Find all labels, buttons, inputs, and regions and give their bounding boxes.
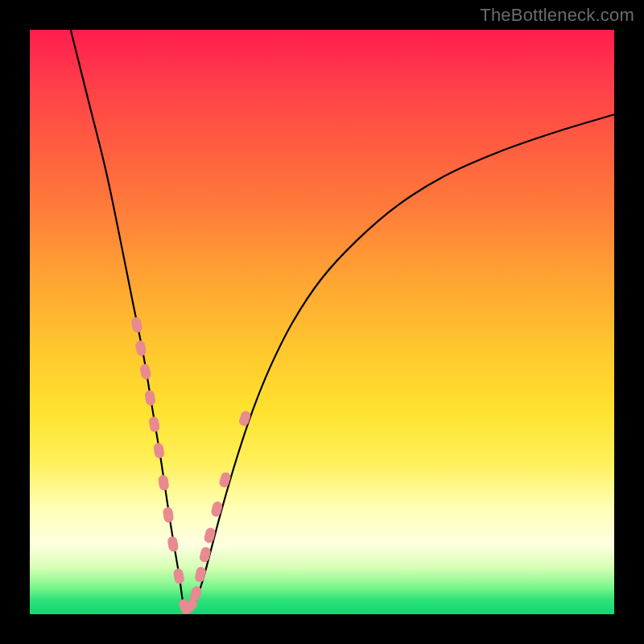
curve-marker [238,411,251,427]
curve-marker [140,364,151,380]
curve-marker [195,567,207,583]
curve-marker [135,341,147,357]
curve-marker [163,507,174,522]
curve-marker [145,390,156,407]
curve-marker [173,568,184,584]
bottleneck-curve-path [71,30,614,611]
marker-group [131,317,251,615]
curve-marker [199,547,211,563]
curve-marker [149,416,160,432]
chart-svg [30,30,614,614]
curve-marker [219,472,232,488]
curve-marker [189,585,202,601]
plot-area [30,30,614,614]
curve-marker [154,443,165,459]
watermark-text: TheBottleneck.com [480,5,634,26]
curve-marker [167,536,179,552]
curve-marker [159,475,169,490]
outer-frame: TheBottleneck.com [0,0,644,644]
curve-marker [131,317,142,333]
